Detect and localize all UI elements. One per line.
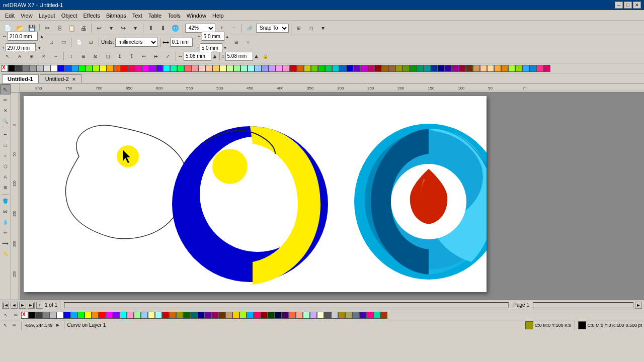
export-button[interactable]: ⬇ bbox=[157, 23, 169, 34]
menu-help[interactable]: Help bbox=[209, 12, 227, 20]
color-swatch-d1[interactable] bbox=[15, 65, 22, 72]
polygon-tool[interactable]: ⬡ bbox=[1, 161, 11, 171]
color-swatch-cyan2[interactable] bbox=[163, 65, 170, 72]
h-scrollbar[interactable] bbox=[64, 302, 509, 308]
color-swatch-yellow1[interactable] bbox=[93, 65, 100, 72]
color-swatch-br3[interactable] bbox=[388, 65, 395, 72]
dup1-up[interactable]: ▲ bbox=[225, 31, 230, 42]
status-extra-btn[interactable]: ▶ bbox=[55, 322, 61, 328]
color-swatch-skin[interactable] bbox=[487, 65, 494, 72]
color-swatch-red1[interactable] bbox=[114, 65, 121, 72]
color-swatch-d3[interactable] bbox=[29, 65, 36, 72]
obj-select-btn[interactable]: ↖ bbox=[2, 51, 13, 62]
color-swatch-d5[interactable] bbox=[43, 65, 50, 72]
ellipse-tool[interactable]: ○ bbox=[1, 151, 11, 161]
obj-text-btn[interactable]: A bbox=[14, 51, 25, 62]
color-swatch-p3[interactable] bbox=[283, 65, 290, 72]
color-swatch-teal1[interactable] bbox=[170, 65, 177, 72]
color-swatch-np2[interactable] bbox=[452, 65, 459, 72]
copy-button[interactable]: ⎘ bbox=[54, 23, 65, 34]
print-button[interactable]: 🖨 bbox=[78, 23, 89, 34]
portrait-btn[interactable]: □ bbox=[46, 37, 57, 48]
size1-up[interactable]: ▲ bbox=[212, 51, 217, 62]
bpal-tan[interactable] bbox=[225, 312, 232, 319]
obj-tool1[interactable]: ⊕ bbox=[26, 51, 37, 62]
nav-next-btn[interactable]: ► bbox=[19, 302, 26, 309]
obj-tool7[interactable]: ◫ bbox=[102, 51, 113, 62]
color-swatch-np1[interactable] bbox=[445, 65, 452, 72]
obj-tool10[interactable]: ↤ bbox=[138, 51, 149, 62]
freehand-bottom[interactable]: ✏ bbox=[11, 310, 21, 320]
nav-prev-btn[interactable]: ◄ bbox=[11, 302, 18, 309]
color-swatch-d2[interactable] bbox=[22, 65, 29, 72]
bpal-dgreen[interactable] bbox=[183, 312, 190, 319]
bpal-sky[interactable] bbox=[247, 312, 254, 319]
scroll-right-btn[interactable]: ► bbox=[635, 302, 642, 309]
bpal-aqua[interactable] bbox=[373, 312, 380, 319]
color-swatch-dc1[interactable] bbox=[332, 65, 339, 72]
outline-color-indicator[interactable] bbox=[578, 321, 586, 329]
import-button[interactable]: ⬆ bbox=[145, 23, 156, 34]
close-button[interactable]: ✕ bbox=[633, 2, 641, 9]
eyedropper-tool[interactable]: 💧 bbox=[1, 217, 11, 227]
color-swatch-tc1[interactable] bbox=[424, 65, 431, 72]
units-dropdown[interactable]: millimeters inches pixels bbox=[115, 38, 158, 47]
color-swatch-purple1[interactable] bbox=[142, 65, 149, 72]
color-swatch-dp1[interactable] bbox=[353, 65, 360, 72]
color-swatch-cyan1[interactable] bbox=[71, 65, 78, 72]
measure-tool[interactable]: 📏 bbox=[1, 249, 11, 259]
color-swatch-blue2[interactable] bbox=[64, 65, 71, 72]
color-swatch-tan1[interactable] bbox=[473, 65, 480, 72]
nav-last-btn[interactable]: ►| bbox=[28, 302, 35, 309]
bpal-navy[interactable] bbox=[275, 312, 282, 319]
page-border-btn[interactable]: ⊡ bbox=[86, 37, 97, 48]
zoom-tool[interactable]: 🔍 bbox=[1, 116, 11, 126]
color-swatch-lime1[interactable] bbox=[508, 65, 515, 72]
menu-text[interactable]: Text bbox=[129, 12, 145, 20]
zoom-minus-button[interactable]: − bbox=[228, 23, 239, 34]
publish-button[interactable]: 🌐 bbox=[170, 23, 181, 34]
menu-table[interactable]: Table bbox=[145, 12, 165, 20]
color-swatch-green1[interactable] bbox=[78, 65, 86, 72]
crop-tool[interactable]: ✕ bbox=[1, 106, 11, 116]
page-size-btn[interactable]: 📄 bbox=[73, 37, 85, 48]
menu-layout[interactable]: Layout bbox=[36, 12, 58, 20]
bpal-white[interactable] bbox=[56, 312, 63, 319]
color-swatch-brown1[interactable] bbox=[466, 65, 473, 72]
menu-effects[interactable]: Effects bbox=[80, 12, 103, 20]
tab-untitled1[interactable]: Untitled-1 bbox=[2, 74, 39, 83]
color-swatch-fg3[interactable] bbox=[417, 65, 424, 72]
menu-window[interactable]: Window bbox=[184, 12, 209, 20]
color-swatch-t1[interactable] bbox=[240, 65, 248, 72]
dup-input1[interactable] bbox=[202, 32, 224, 41]
bpal-dteal[interactable] bbox=[190, 312, 197, 319]
table-tool[interactable]: ⊞ bbox=[1, 183, 11, 193]
bpal-maroon[interactable] bbox=[261, 312, 268, 319]
color-swatch-teal2[interactable] bbox=[177, 65, 184, 72]
no-fill-bottom[interactable] bbox=[21, 312, 28, 319]
dup-settings-btn[interactable]: ⊞ bbox=[231, 37, 242, 48]
color-swatch-r1[interactable] bbox=[184, 65, 191, 72]
add-page-btn[interactable]: + bbox=[36, 302, 43, 309]
status-draw-btn[interactable]: ✏ bbox=[11, 322, 18, 329]
undo-button[interactable]: ↩ bbox=[94, 23, 105, 34]
color-swatch-dg2[interactable] bbox=[318, 65, 325, 72]
bpal-grape[interactable] bbox=[282, 312, 289, 319]
bpal-peach[interactable] bbox=[296, 312, 303, 319]
bpal-lime[interactable] bbox=[239, 312, 247, 319]
rect-tool[interactable]: □ bbox=[1, 140, 11, 150]
text-tool[interactable]: A bbox=[1, 172, 11, 182]
bpal-mint[interactable] bbox=[303, 312, 310, 319]
color-swatch-br2[interactable] bbox=[381, 65, 388, 72]
width-input[interactable] bbox=[8, 32, 38, 41]
color-swatch-red2[interactable] bbox=[121, 65, 128, 72]
obj-tool5[interactable]: ⊞ bbox=[78, 51, 89, 62]
color-swatch-gold2[interactable] bbox=[501, 65, 508, 72]
menu-object[interactable]: Object bbox=[58, 12, 80, 20]
bpal-dpurple[interactable] bbox=[204, 312, 211, 319]
color-swatch-green2[interactable] bbox=[86, 65, 93, 72]
snap-dropdown[interactable]: Snap To bbox=[256, 24, 289, 33]
connector-tool[interactable]: ⟶ bbox=[1, 238, 11, 248]
color-swatch-olive[interactable] bbox=[395, 65, 403, 72]
color-swatch-db2[interactable] bbox=[346, 65, 353, 72]
